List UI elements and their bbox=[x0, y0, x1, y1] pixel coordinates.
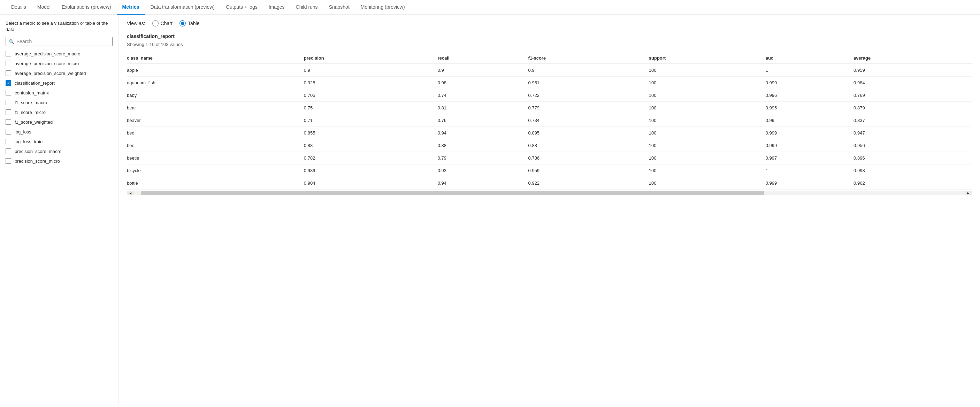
tab-outputs-logs[interactable]: Outputs + logs bbox=[220, 0, 263, 14]
col-header-average[interactable]: average bbox=[853, 52, 972, 64]
table-row: bed0.8550.940.8951000.9990.947 bbox=[127, 127, 972, 139]
cell-recall: 0.94 bbox=[438, 177, 528, 189]
cell-f1score: 0.722 bbox=[528, 89, 649, 102]
cell-recall: 0.9 bbox=[438, 64, 528, 77]
radio-chart-circle[interactable] bbox=[152, 20, 159, 27]
metric-label-9: log_loss_train bbox=[14, 139, 43, 144]
metric-checkbox-6[interactable] bbox=[6, 110, 11, 115]
metric-item-2[interactable]: average_precision_score_weighted bbox=[0, 68, 118, 78]
metric-label-4: confusion_matrix bbox=[14, 90, 49, 95]
tab-snapshot[interactable]: Snapshot bbox=[323, 0, 355, 14]
search-box[interactable]: 🔍 bbox=[6, 37, 113, 46]
metric-item-6[interactable]: f1_score_micro bbox=[0, 107, 118, 117]
metric-item-7[interactable]: f1_score_weighted bbox=[0, 117, 118, 127]
cell-recall: 0.98 bbox=[438, 77, 528, 89]
col-header-precision[interactable]: precision bbox=[304, 52, 438, 64]
tab-details[interactable]: Details bbox=[6, 0, 32, 14]
table-row: baby0.7050.740.7221000.9960.769 bbox=[127, 89, 972, 102]
scroll-thumb[interactable] bbox=[141, 191, 764, 195]
col-header-support[interactable]: support bbox=[649, 52, 766, 64]
col-header-auc[interactable]: auc bbox=[766, 52, 853, 64]
metric-label-2: average_precision_score_weighted bbox=[14, 71, 86, 76]
tab-model[interactable]: Model bbox=[32, 0, 56, 14]
top-nav: Details Model Explanations (preview) Met… bbox=[0, 0, 980, 14]
cell-support: 100 bbox=[649, 64, 766, 77]
metric-checkbox-8[interactable] bbox=[6, 129, 11, 135]
metric-item-11[interactable]: precision_score_micro bbox=[0, 156, 118, 166]
tab-metrics[interactable]: Metrics bbox=[117, 0, 145, 14]
metric-checkbox-9[interactable] bbox=[6, 139, 11, 144]
cell-precision: 0.782 bbox=[304, 152, 438, 164]
sidebar: Select a metric to see a visualization o… bbox=[0, 14, 118, 405]
cell-f1score: 0.734 bbox=[528, 114, 649, 127]
horizontal-scrollbar[interactable]: ◀ ▶ bbox=[127, 191, 972, 195]
data-table: class_name precision recall f1-score sup… bbox=[127, 52, 972, 189]
tab-explanations[interactable]: Explanations (preview) bbox=[56, 0, 117, 14]
content-area: View as: Chart Table classification_repo… bbox=[118, 14, 980, 405]
scroll-right-button[interactable]: ▶ bbox=[965, 191, 972, 195]
cell-precision: 0.75 bbox=[304, 102, 438, 114]
radio-table-circle[interactable] bbox=[180, 20, 186, 27]
cell-precision: 0.925 bbox=[304, 77, 438, 89]
search-icon: 🔍 bbox=[9, 39, 14, 44]
metric-item-8[interactable]: log_loss bbox=[0, 127, 118, 137]
metric-item-4[interactable]: confusion_matrix bbox=[0, 88, 118, 98]
cell-support: 100 bbox=[649, 127, 766, 139]
cell-auc: 1 bbox=[766, 164, 853, 177]
metric-checkbox-0[interactable] bbox=[6, 51, 11, 56]
view-as-row: View as: Chart Table bbox=[127, 20, 972, 27]
metric-checkbox-3[interactable] bbox=[6, 80, 11, 86]
metric-checkbox-4[interactable] bbox=[6, 90, 11, 95]
col-header-f1score[interactable]: f1-score bbox=[528, 52, 649, 64]
cell-average: 0.984 bbox=[853, 77, 972, 89]
scroll-track[interactable] bbox=[134, 191, 965, 195]
cell-average: 0.962 bbox=[853, 177, 972, 189]
metric-label-10: precision_score_macro bbox=[14, 149, 61, 154]
radio-chart[interactable]: Chart bbox=[152, 20, 172, 27]
cell-auc: 0.999 bbox=[766, 177, 853, 189]
cell-f1score: 0.786 bbox=[528, 152, 649, 164]
metric-label-11: precision_score_micro bbox=[14, 159, 60, 164]
tab-images[interactable]: Images bbox=[263, 0, 290, 14]
cell-recall: 0.94 bbox=[438, 127, 528, 139]
metric-item-9[interactable]: log_loss_train bbox=[0, 137, 118, 146]
cell-class-name: apple bbox=[127, 64, 304, 77]
metric-label-3: classification_report bbox=[14, 81, 55, 86]
metric-item-1[interactable]: average_precision_score_micro bbox=[0, 59, 118, 68]
metric-checkbox-10[interactable] bbox=[6, 148, 11, 154]
table-row: aquarium_fish0.9250.980.9511000.9990.984 bbox=[127, 77, 972, 89]
metric-checkbox-5[interactable] bbox=[6, 100, 11, 105]
table-header-row: class_name precision recall f1-score sup… bbox=[127, 52, 972, 64]
tab-monitoring[interactable]: Monitoring (preview) bbox=[355, 0, 410, 14]
metric-label-1: average_precision_score_micro bbox=[14, 61, 79, 66]
cell-class-name: bed bbox=[127, 127, 304, 139]
metric-item-10[interactable]: precision_score_macro bbox=[0, 146, 118, 156]
cell-recall: 0.81 bbox=[438, 102, 528, 114]
cell-precision: 0.855 bbox=[304, 127, 438, 139]
search-input[interactable] bbox=[16, 39, 110, 44]
main-layout: Select a metric to see a visualization o… bbox=[0, 14, 980, 405]
radio-table[interactable]: Table bbox=[180, 20, 199, 27]
metric-checkbox-2[interactable] bbox=[6, 70, 11, 76]
metric-checkbox-1[interactable] bbox=[6, 60, 11, 66]
tab-child-runs[interactable]: Child runs bbox=[290, 0, 323, 14]
tab-data-transformation[interactable]: Data transformation (preview) bbox=[145, 0, 220, 14]
metric-item-3[interactable]: classification_report bbox=[0, 78, 118, 88]
metric-checkbox-7[interactable] bbox=[6, 119, 11, 125]
cell-auc: 0.999 bbox=[766, 77, 853, 89]
cell-auc: 0.997 bbox=[766, 152, 853, 164]
data-table-container[interactable]: class_name precision recall f1-score sup… bbox=[127, 52, 972, 399]
col-header-recall[interactable]: recall bbox=[438, 52, 528, 64]
cell-class-name: bee bbox=[127, 139, 304, 152]
table-row: beetle0.7820.790.7861000.9970.896 bbox=[127, 152, 972, 164]
metric-checkbox-11[interactable] bbox=[6, 158, 11, 164]
metric-item-0[interactable]: average_precision_score_macro bbox=[0, 49, 118, 59]
metric-label-5: f1_score_macro bbox=[14, 100, 47, 105]
scroll-left-button[interactable]: ◀ bbox=[127, 191, 134, 195]
metric-item-5[interactable]: f1_score_macro bbox=[0, 98, 118, 107]
cell-average: 0.837 bbox=[853, 114, 972, 127]
cell-average: 0.896 bbox=[853, 152, 972, 164]
cell-class-name: bear bbox=[127, 102, 304, 114]
cell-f1score: 0.959 bbox=[528, 164, 649, 177]
col-header-class-name[interactable]: class_name bbox=[127, 52, 304, 64]
